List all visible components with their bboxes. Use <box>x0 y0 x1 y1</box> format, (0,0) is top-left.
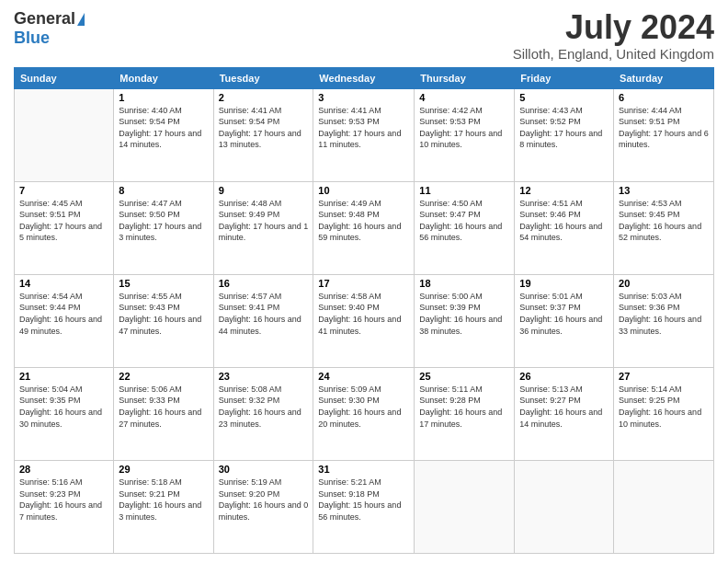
day-info: Sunrise: 5:03 AMSunset: 9:36 PMDaylight:… <box>619 291 709 337</box>
col-saturday: Saturday <box>614 67 714 88</box>
day-info: Sunrise: 5:16 AMSunset: 9:23 PMDaylight:… <box>19 477 108 523</box>
table-row <box>15 88 114 181</box>
day-number: 18 <box>419 278 509 289</box>
col-tuesday: Tuesday <box>213 67 313 88</box>
day-info: Sunrise: 5:11 AMSunset: 9:28 PMDaylight:… <box>419 384 509 430</box>
table-row: 4Sunrise: 4:42 AMSunset: 9:53 PMDaylight… <box>415 88 515 181</box>
table-row: 29Sunrise: 5:18 AMSunset: 9:21 PMDayligh… <box>114 460 213 553</box>
table-row: 8Sunrise: 4:47 AMSunset: 9:50 PMDaylight… <box>114 181 213 274</box>
day-info: Sunrise: 4:48 AMSunset: 9:49 PMDaylight:… <box>219 198 309 244</box>
table-row: 5Sunrise: 4:43 AMSunset: 9:52 PMDaylight… <box>515 88 614 181</box>
day-info: Sunrise: 4:47 AMSunset: 9:50 PMDaylight:… <box>119 198 208 244</box>
day-number: 17 <box>318 278 409 289</box>
table-row: 31Sunrise: 5:21 AMSunset: 9:18 PMDayligh… <box>313 460 415 553</box>
day-info: Sunrise: 4:57 AMSunset: 9:41 PMDaylight:… <box>219 291 309 337</box>
day-info: Sunrise: 4:53 AMSunset: 9:45 PMDaylight:… <box>619 198 709 244</box>
table-row: 6Sunrise: 4:44 AMSunset: 9:51 PMDaylight… <box>614 88 714 181</box>
day-info: Sunrise: 5:13 AMSunset: 9:27 PMDaylight:… <box>519 384 609 430</box>
day-number: 28 <box>19 464 108 475</box>
day-number: 15 <box>119 278 208 289</box>
col-monday: Monday <box>114 67 213 88</box>
day-info: Sunrise: 4:49 AMSunset: 9:48 PMDaylight:… <box>318 198 409 244</box>
day-info: Sunrise: 4:45 AMSunset: 9:51 PMDaylight:… <box>19 198 108 244</box>
logo-triangle-icon <box>77 13 85 26</box>
day-number: 21 <box>19 371 108 382</box>
day-number: 13 <box>619 185 709 196</box>
day-info: Sunrise: 5:18 AMSunset: 9:21 PMDaylight:… <box>119 477 208 523</box>
table-row: 20Sunrise: 5:03 AMSunset: 9:36 PMDayligh… <box>614 274 714 367</box>
table-row: 13Sunrise: 4:53 AMSunset: 9:45 PMDayligh… <box>614 181 714 274</box>
table-row: 24Sunrise: 5:09 AMSunset: 9:30 PMDayligh… <box>313 367 415 460</box>
table-row <box>515 460 614 553</box>
day-number: 20 <box>619 278 709 289</box>
table-row: 9Sunrise: 4:48 AMSunset: 9:49 PMDaylight… <box>213 181 313 274</box>
table-row: 7Sunrise: 4:45 AMSunset: 9:51 PMDaylight… <box>15 181 114 274</box>
location: Silloth, England, United Kingdom <box>513 46 714 62</box>
table-row: 17Sunrise: 4:58 AMSunset: 9:40 PMDayligh… <box>313 274 415 367</box>
day-number: 14 <box>19 278 108 289</box>
day-info: Sunrise: 5:00 AMSunset: 9:39 PMDaylight:… <box>419 291 509 337</box>
day-info: Sunrise: 4:44 AMSunset: 9:51 PMDaylight:… <box>619 105 709 151</box>
table-row: 2Sunrise: 4:41 AMSunset: 9:54 PMDaylight… <box>213 88 313 181</box>
day-number: 29 <box>119 464 208 475</box>
day-info: Sunrise: 5:14 AMSunset: 9:25 PMDaylight:… <box>619 384 709 430</box>
day-info: Sunrise: 5:01 AMSunset: 9:37 PMDaylight:… <box>519 291 609 337</box>
day-info: Sunrise: 4:41 AMSunset: 9:53 PMDaylight:… <box>318 105 409 151</box>
day-info: Sunrise: 4:51 AMSunset: 9:46 PMDaylight:… <box>519 198 609 244</box>
table-row: 1Sunrise: 4:40 AMSunset: 9:54 PMDaylight… <box>114 88 213 181</box>
day-number: 2 <box>219 92 309 103</box>
table-row: 26Sunrise: 5:13 AMSunset: 9:27 PMDayligh… <box>515 367 614 460</box>
day-number: 6 <box>619 92 709 103</box>
col-sunday: Sunday <box>15 67 114 88</box>
table-row: 22Sunrise: 5:06 AMSunset: 9:33 PMDayligh… <box>114 367 213 460</box>
day-number: 24 <box>318 371 409 382</box>
col-thursday: Thursday <box>415 67 515 88</box>
table-row: 30Sunrise: 5:19 AMSunset: 9:20 PMDayligh… <box>213 460 313 553</box>
day-info: Sunrise: 5:06 AMSunset: 9:33 PMDaylight:… <box>119 384 208 430</box>
day-number: 25 <box>419 371 509 382</box>
col-friday: Friday <box>515 67 614 88</box>
day-number: 10 <box>318 185 409 196</box>
day-info: Sunrise: 4:55 AMSunset: 9:43 PMDaylight:… <box>119 291 208 337</box>
logo-general: General <box>14 9 75 29</box>
day-number: 5 <box>519 92 609 103</box>
table-row: 15Sunrise: 4:55 AMSunset: 9:43 PMDayligh… <box>114 274 213 367</box>
day-number: 26 <box>519 371 609 382</box>
day-info: Sunrise: 5:21 AMSunset: 9:18 PMDaylight:… <box>318 477 409 523</box>
table-row: 10Sunrise: 4:49 AMSunset: 9:48 PMDayligh… <box>313 181 415 274</box>
day-number: 3 <box>318 92 409 103</box>
logo: General Blue <box>14 9 85 48</box>
day-info: Sunrise: 4:41 AMSunset: 9:54 PMDaylight:… <box>219 105 309 151</box>
day-info: Sunrise: 5:19 AMSunset: 9:20 PMDaylight:… <box>219 477 309 523</box>
day-number: 8 <box>119 185 208 196</box>
day-number: 16 <box>219 278 309 289</box>
day-info: Sunrise: 5:08 AMSunset: 9:32 PMDaylight:… <box>219 384 309 430</box>
day-info: Sunrise: 5:09 AMSunset: 9:30 PMDaylight:… <box>318 384 409 430</box>
table-row: 27Sunrise: 5:14 AMSunset: 9:25 PMDayligh… <box>614 367 714 460</box>
title-area: July 2024 Silloth, England, United Kingd… <box>513 9 714 62</box>
day-number: 19 <box>519 278 609 289</box>
table-row <box>415 460 515 553</box>
day-info: Sunrise: 4:42 AMSunset: 9:53 PMDaylight:… <box>419 105 509 151</box>
day-info: Sunrise: 4:58 AMSunset: 9:40 PMDaylight:… <box>318 291 409 337</box>
day-number: 30 <box>219 464 309 475</box>
day-number: 31 <box>318 464 409 475</box>
calendar-header-row: Sunday Monday Tuesday Wednesday Thursday… <box>15 67 714 88</box>
col-wednesday: Wednesday <box>313 67 415 88</box>
day-number: 27 <box>619 371 709 382</box>
day-number: 9 <box>219 185 309 196</box>
day-number: 11 <box>419 185 509 196</box>
table-row <box>614 460 714 553</box>
table-row: 14Sunrise: 4:54 AMSunset: 9:44 PMDayligh… <box>15 274 114 367</box>
table-row: 12Sunrise: 4:51 AMSunset: 9:46 PMDayligh… <box>515 181 614 274</box>
month-title: July 2024 <box>513 9 714 46</box>
header: General Blue July 2024 Silloth, England,… <box>14 9 714 62</box>
page: General Blue July 2024 Silloth, England,… <box>0 0 728 563</box>
table-row: 16Sunrise: 4:57 AMSunset: 9:41 PMDayligh… <box>213 274 313 367</box>
day-number: 22 <box>119 371 208 382</box>
table-row: 18Sunrise: 5:00 AMSunset: 9:39 PMDayligh… <box>415 274 515 367</box>
table-row: 19Sunrise: 5:01 AMSunset: 9:37 PMDayligh… <box>515 274 614 367</box>
day-number: 23 <box>219 371 309 382</box>
day-number: 7 <box>19 185 108 196</box>
day-info: Sunrise: 4:54 AMSunset: 9:44 PMDaylight:… <box>19 291 108 337</box>
